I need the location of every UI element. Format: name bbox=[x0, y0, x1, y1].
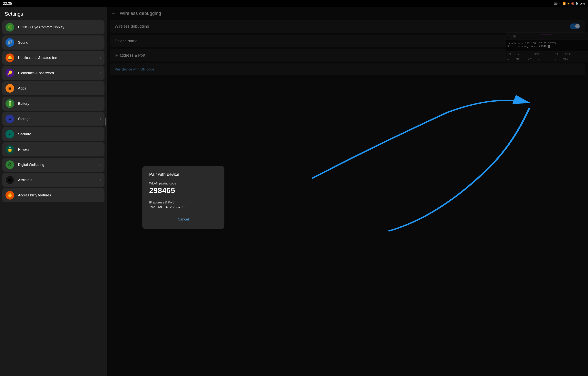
honor-eye-icon: 🌿 bbox=[5, 23, 14, 31]
sound-label: Sound bbox=[18, 41, 100, 45]
pair-qr-label[interactable]: Pair device with QR code bbox=[115, 67, 267, 72]
settings-item-apps[interactable]: ⊞ Apps › bbox=[2, 81, 105, 95]
settings-item-security[interactable]: ✓ Security › bbox=[2, 127, 105, 141]
biometrics-icon: 🔑 bbox=[5, 69, 14, 77]
notifications-label: Notifications & status bar bbox=[18, 56, 100, 60]
settings-header: Settings bbox=[0, 7, 107, 20]
apps-chevron: › bbox=[100, 87, 101, 90]
sound-icon: 🔊 bbox=[5, 38, 14, 47]
settings-list: 🌿 HONOR Eye Comfort Display › 🔊 Sound › … bbox=[0, 20, 107, 172]
device-name-row: Device name bbox=[110, 35, 267, 47]
battery-icon: 🔋 bbox=[5, 99, 14, 108]
notifications-icon: 🔔 bbox=[5, 53, 14, 62]
honor-eye-chevron: › bbox=[100, 25, 101, 29]
pair-qr-row[interactable]: Pair device with QR code bbox=[110, 63, 267, 75]
settings-item-privacy[interactable]: 🔒 Privacy › bbox=[2, 142, 105, 157]
ip-port-row: IP address & Port bbox=[110, 49, 267, 62]
privacy-icon: 🔒 bbox=[5, 145, 14, 154]
biometrics-label: Biometrics & password bbox=[18, 71, 100, 75]
settings-item-notifications[interactable]: 🔔 Notifications & status bar › bbox=[2, 51, 105, 65]
digital-wellbeing-icon: ⏱ bbox=[5, 160, 14, 169]
digital-wellbeing-chevron: › bbox=[100, 163, 101, 167]
wireless-header: ← Wireless debugging bbox=[107, 7, 267, 20]
notifications-chevron: › bbox=[100, 56, 101, 60]
storage-chevron: › bbox=[100, 117, 101, 121]
settings-item-honor-eye[interactable]: 🌿 HONOR Eye Comfort Display › bbox=[2, 20, 105, 34]
settings-title: Settings bbox=[5, 11, 102, 17]
main-layout: Settings 🌿 HONOR Eye Comfort Display › 🔊… bbox=[0, 7, 267, 172]
apps-icon: ⊞ bbox=[5, 84, 14, 93]
scroll-indicator[interactable] bbox=[105, 118, 106, 125]
security-label: Security bbox=[18, 132, 100, 136]
device-name-label: Device name bbox=[115, 39, 267, 43]
storage-icon: ≡ bbox=[5, 115, 14, 123]
settings-item-sound[interactable]: 🔊 Sound › bbox=[2, 35, 105, 50]
honor-eye-label: HONOR Eye Comfort Display bbox=[18, 25, 100, 29]
settings-item-battery[interactable]: 🔋 Battery › bbox=[2, 96, 105, 111]
settings-panel: Settings 🌿 HONOR Eye Comfort Display › 🔊… bbox=[0, 7, 107, 172]
wireless-debugging-title: Wireless debugging bbox=[120, 10, 161, 16]
status-time: 22:35 bbox=[3, 1, 12, 6]
wireless-debugging-label: Wireless debugging bbox=[115, 24, 149, 29]
wireless-content: Wireless debugging Device name IP addres… bbox=[107, 20, 267, 75]
wireless-panel: ← Wireless debugging Wireless debugging … bbox=[107, 7, 267, 172]
dialog-title: Pair with device bbox=[149, 172, 217, 173]
pair-device-dialog: Pair with device WLAN pairing code 29846… bbox=[142, 166, 225, 173]
back-button[interactable]: ← bbox=[112, 11, 116, 16]
battery-chevron: › bbox=[100, 102, 101, 105]
privacy-chevron: › bbox=[100, 148, 101, 151]
ip-port-label: IP address & Port bbox=[115, 53, 267, 58]
settings-item-storage[interactable]: ≡ Storage › bbox=[2, 112, 105, 126]
privacy-label: Privacy bbox=[18, 147, 100, 152]
wireless-debugging-toggle-row[interactable]: Wireless debugging bbox=[110, 20, 267, 33]
biometrics-chevron: › bbox=[100, 71, 101, 75]
sound-chevron: › bbox=[100, 41, 101, 44]
settings-item-biometrics[interactable]: 🔑 Biometrics & password › bbox=[2, 66, 105, 80]
battery-label: Battery bbox=[18, 102, 100, 106]
apps-label: Apps bbox=[18, 86, 100, 91]
settings-item-digital-wellbeing[interactable]: ⏱ Digital Wellbeing › bbox=[2, 158, 105, 172]
security-chevron: › bbox=[100, 132, 101, 136]
storage-label: Storage bbox=[18, 117, 100, 121]
status-bar: 22:35 ⌨ 👁 📶 ⚡ 🔕 📡 96% bbox=[0, 0, 267, 7]
digital-wellbeing-label: Digital Wellbeing bbox=[18, 163, 100, 167]
security-icon: ✓ bbox=[5, 130, 14, 138]
